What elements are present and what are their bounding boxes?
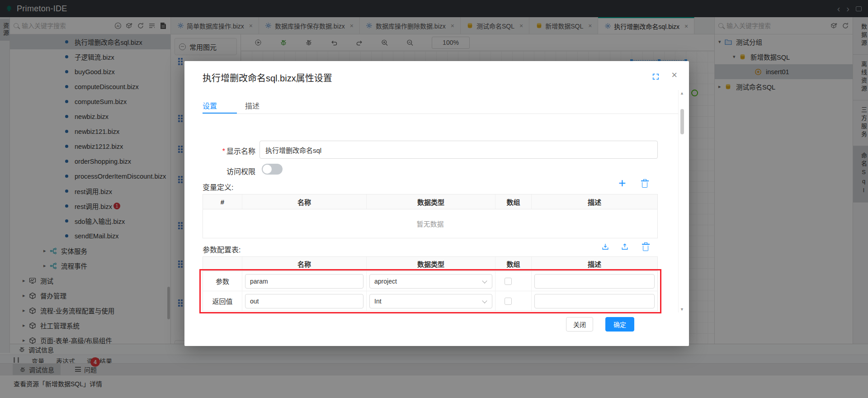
array-checkbox[interactable] bbox=[505, 298, 512, 305]
param-type-select[interactable]: aproject bbox=[369, 274, 492, 289]
column-header: 描述 bbox=[532, 257, 657, 270]
column-header: 数据类型 bbox=[367, 194, 495, 209]
column-header bbox=[203, 257, 242, 270]
dialog-scrollbar[interactable]: ▲ ▼ bbox=[678, 90, 685, 313]
chevron-down-icon bbox=[482, 278, 487, 283]
column-header: 数组 bbox=[495, 257, 532, 270]
add-icon[interactable]: + bbox=[618, 177, 626, 190]
params-table: 名称数据类型数组描述 参数aproject返回值Int bbox=[203, 256, 658, 311]
column-header: 描述 bbox=[532, 194, 657, 209]
fullscreen-icon[interactable] bbox=[652, 73, 659, 80]
param-desc-input[interactable] bbox=[534, 294, 655, 308]
access-toggle[interactable] bbox=[262, 164, 283, 175]
param-row: 参数aproject bbox=[203, 271, 657, 291]
close-button[interactable]: 关闭 bbox=[566, 317, 593, 332]
ok-button[interactable]: 确定 bbox=[605, 317, 634, 332]
dialog-title: 执行增删改命名sql.bizx属性设置 bbox=[203, 71, 332, 84]
access-label: 访问权限 bbox=[203, 166, 255, 176]
dialog-footer: 关闭 确定 bbox=[184, 317, 678, 332]
column-header: 名称 bbox=[242, 194, 367, 209]
column-header: # bbox=[203, 194, 242, 209]
column-header: 数组 bbox=[495, 194, 532, 209]
delete-icon[interactable] bbox=[643, 246, 648, 251]
param-row-label: 参数 bbox=[203, 271, 242, 291]
array-checkbox[interactable] bbox=[505, 278, 512, 285]
variables-table: #名称数据类型数组描述 暂无数据 bbox=[203, 194, 658, 238]
display-name-label: *显示名称 bbox=[203, 145, 255, 156]
param-desc-input[interactable] bbox=[534, 274, 655, 289]
scroll-up-icon[interactable]: ▲ bbox=[680, 90, 684, 96]
properties-dialog: 执行增删改命名sql.bizx属性设置 × 设置描述 *显示名称 访问权限 变量… bbox=[184, 61, 689, 346]
variables-section-label: 变量定义: bbox=[203, 181, 233, 192]
tabs-divider bbox=[203, 114, 678, 114]
param-name-input[interactable] bbox=[245, 294, 363, 308]
display-name-input[interactable] bbox=[259, 141, 658, 159]
dialog-tab[interactable]: 描述 bbox=[245, 100, 259, 115]
column-header: 名称 bbox=[242, 257, 367, 270]
required-asterisk: * bbox=[222, 147, 225, 155]
selected-type: aproject bbox=[374, 278, 397, 285]
export-icon[interactable] bbox=[621, 243, 628, 250]
scrollbar-thumb[interactable] bbox=[680, 109, 684, 134]
import-icon[interactable] bbox=[602, 243, 609, 250]
selected-type: Int bbox=[374, 298, 382, 305]
param-row: 返回值Int bbox=[203, 291, 657, 311]
empty-table-text: 暂无数据 bbox=[203, 209, 657, 238]
column-header: 数据类型 bbox=[367, 257, 495, 270]
param-row-label: 返回值 bbox=[203, 291, 242, 311]
delete-icon[interactable] bbox=[642, 182, 647, 188]
chevron-down-icon bbox=[482, 298, 487, 303]
param-name-input[interactable] bbox=[245, 274, 363, 289]
scroll-down-icon[interactable]: ▼ bbox=[680, 306, 684, 313]
param-type-select[interactable]: Int bbox=[369, 294, 492, 308]
params-section-label: 参数配置表: bbox=[203, 244, 241, 255]
close-icon[interactable]: × bbox=[671, 70, 677, 80]
